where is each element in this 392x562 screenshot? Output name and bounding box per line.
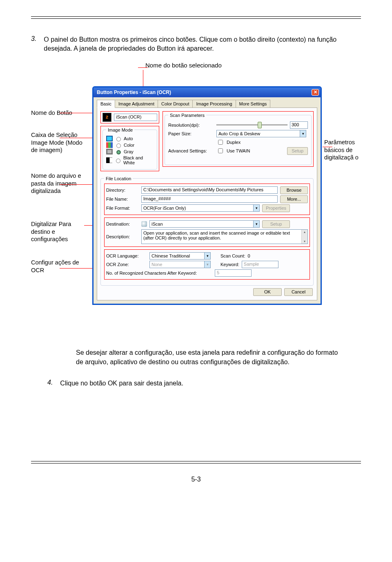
paragraph-after: Se desejar alterar a configuração, use e… <box>76 348 345 367</box>
tab-basic[interactable]: Basic <box>97 100 115 108</box>
duplex-checkbox[interactable] <box>218 140 223 145</box>
chevron-down-icon: ▾ <box>253 205 259 211</box>
ocr-zone-select: None ▾ <box>149 261 211 268</box>
radio-bw[interactable] <box>116 159 120 163</box>
svg-rect-4 <box>111 142 113 148</box>
radio-color[interactable] <box>116 143 121 148</box>
step-3-number: 3. <box>31 35 36 54</box>
duplex-label: Duplex <box>227 140 241 145</box>
auto-mode-icon <box>106 136 113 141</box>
directory-label: Directory: <box>106 188 139 193</box>
resolution-value[interactable]: 300 <box>290 121 308 129</box>
close-icon[interactable]: ✕ <box>312 89 319 96</box>
use-twain-checkbox[interactable] <box>218 148 223 153</box>
radio-auto[interactable] <box>116 137 121 141</box>
description-text: Open your application, scan and insert t… <box>141 229 308 244</box>
tab-image-adjustment[interactable]: Image Adjustment <box>115 100 158 107</box>
step-3-text: O painel do Button mostra os primeiros c… <box>44 35 361 54</box>
tab-image-processing[interactable]: Image Processing <box>192 100 236 107</box>
label-gray: Gray <box>124 149 134 154</box>
resolution-label: Resolution(dpi): <box>168 123 214 128</box>
more-button[interactable]: More... <box>280 195 308 203</box>
fileformat-label: File Format: <box>106 206 139 210</box>
svg-rect-1 <box>107 137 112 141</box>
button-name-input[interactable]: iScan (OCR) <box>114 114 157 121</box>
label-auto: Auto <box>124 136 133 141</box>
button-properties-window: Button Properties - iScan (OCR) ✕ Basic … <box>92 86 322 305</box>
tab-more-settings[interactable]: More Settings <box>236 100 271 107</box>
page-number: 5-3 <box>31 476 361 483</box>
window-title: Button Properties - iScan (OCR) <box>97 90 171 95</box>
step-4-text: Clique no botão OK para sair desta janel… <box>60 379 361 388</box>
step-3: 3. O painel do Button mostra os primeiro… <box>31 35 361 54</box>
adv-settings-label: Advanced Settings: <box>168 148 214 153</box>
fileformat-select[interactable]: OCR(For iScan Only) ▾ <box>141 204 260 212</box>
callout-image-mode: Caixa de Seleção Image Mode (Modo de ima… <box>31 131 88 154</box>
button-slot-number: 2 <box>102 113 111 122</box>
svg-rect-3 <box>108 142 111 148</box>
chevron-down-icon: ▾ <box>300 130 306 137</box>
chevron-down-icon: ▾ <box>253 221 259 227</box>
titlebar: Button Properties - iScan (OCR) ✕ <box>94 87 321 97</box>
scan-params-box: Scan Parameters Resolution(dpi): 300 <box>163 111 314 167</box>
paper-size-label: Paper Size: <box>168 131 214 136</box>
filename-input[interactable]: Image_##### <box>141 195 278 203</box>
filename-label: File Name: <box>106 197 139 202</box>
directory-input[interactable]: C:\Documents and Settings\void\My Docume… <box>141 186 278 194</box>
scan-count-label: Scan Count: <box>220 253 245 258</box>
use-twain-label: Use TWAIN <box>227 148 250 153</box>
resolution-slider[interactable] <box>216 121 287 129</box>
callout-selected-button-name: Nome do botão selecionado <box>145 62 222 69</box>
chars-after-kw-label: No. of Recognized Characters After Keywo… <box>106 271 212 275</box>
chevron-down-icon: ▾ <box>204 261 210 268</box>
radio-gray[interactable] <box>116 150 121 154</box>
description-label: Description: <box>106 234 139 239</box>
callout-file-info: Nome do arquivo e pasta da imagem digita… <box>31 172 88 195</box>
chars-after-kw-input: 5 <box>215 269 252 277</box>
keyword-label: Keyword: <box>220 262 239 267</box>
tab-strip: Basic Image Adjustment Color Dropout Ima… <box>97 100 317 108</box>
label-color: Color <box>124 143 134 148</box>
step-4-number: 4. <box>47 379 53 388</box>
callout-scan-params: Parâmetros básicos de digitalizaçã o <box>324 139 361 162</box>
setup-twain-button: Setup <box>287 147 308 155</box>
image-mode-box: Image Mode Auto Col <box>100 126 159 171</box>
cancel-button[interactable]: Cancel <box>284 288 313 296</box>
chevron-down-icon: ▾ <box>204 253 210 259</box>
button-name-box: 2 iScan (OCR) <box>100 111 159 123</box>
image-mode-legend: Image Mode <box>106 128 134 132</box>
scan-count-value: 0 <box>248 253 250 258</box>
color-mode-icon <box>106 142 113 148</box>
scrollbar[interactable]: ▴▾ <box>301 230 307 244</box>
ocr-settings-box: OCR Language: Chinese Traditional ▾ Scan… <box>104 249 310 280</box>
destination-box: Destination: iScan ▾ Setup Description: <box>104 217 310 247</box>
properties-button: Properties <box>262 204 290 212</box>
svg-rect-8 <box>109 157 112 163</box>
ok-button[interactable]: OK <box>253 288 282 296</box>
browse-button[interactable]: Browse <box>280 186 308 194</box>
dest-setup-button: Setup <box>262 220 290 228</box>
paper-size-select[interactable]: Auto Crop & Deskew ▾ <box>216 130 306 137</box>
svg-rect-2 <box>106 142 108 148</box>
destination-label: Destination: <box>106 222 139 226</box>
iscan-icon <box>141 221 147 227</box>
annotated-screenshot: Nome do botão selecionado Nome do Botão … <box>31 62 361 331</box>
keyword-input: Sample <box>242 261 278 268</box>
scan-params-legend: Scan Parameters <box>168 113 206 118</box>
svg-rect-7 <box>106 157 109 163</box>
ocr-language-select[interactable]: Chinese Traditional ▾ <box>149 252 211 260</box>
step-4: 4. Clique no botão OK para sair desta ja… <box>47 379 361 388</box>
svg-rect-6 <box>107 150 111 153</box>
tab-color-dropout[interactable]: Color Dropout <box>158 100 193 107</box>
ocr-zone-label: OCR Zone: <box>106 262 147 267</box>
ocr-language-label: OCR Language: <box>106 253 147 258</box>
callout-ocr-settings: Configur ações de OCR <box>31 259 88 274</box>
bw-mode-icon <box>106 157 112 163</box>
file-location-legend: File Location <box>104 176 133 181</box>
callout-scan-to: Digitalizar Para destino e configurações <box>31 220 88 244</box>
destination-select[interactable]: iScan ▾ <box>149 220 260 228</box>
gray-mode-icon <box>106 149 113 154</box>
label-bw: Black and White <box>123 155 154 165</box>
file-location-box: Directory: C:\Documents and Settings\voi… <box>104 184 310 215</box>
